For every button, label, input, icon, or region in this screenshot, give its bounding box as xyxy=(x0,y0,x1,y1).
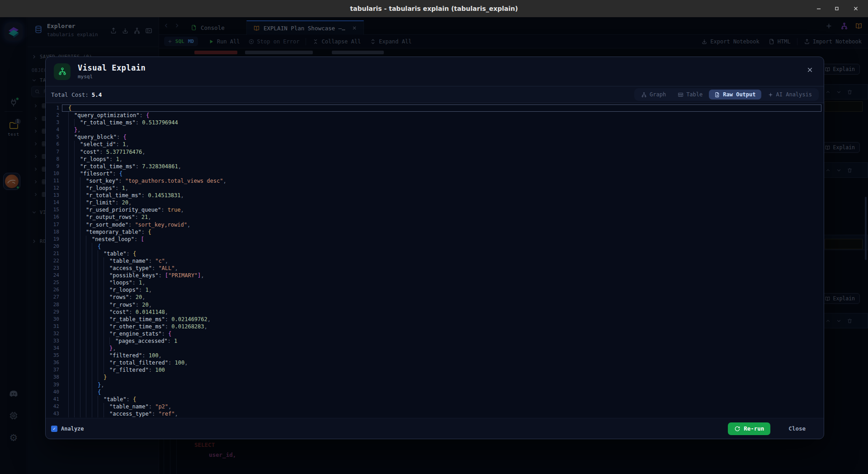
modal-subtitle: mysql xyxy=(78,74,146,80)
total-cost-label: Total Cost: xyxy=(51,91,89,98)
code-line-43[interactable]: 43"access_type": "ref", xyxy=(46,410,824,417)
code-line-24[interactable]: 24"possible_keys": ["PRIMARY"], xyxy=(46,272,824,279)
code-line-39[interactable]: 39}, xyxy=(46,381,824,389)
line-number: 5 xyxy=(46,133,59,141)
line-number: 8 xyxy=(46,156,59,163)
line-number: 26 xyxy=(46,286,59,294)
analyze-checkbox[interactable]: ✓ xyxy=(51,426,57,432)
line-number: 4 xyxy=(46,126,59,133)
code-line-14[interactable]: 14"r_limit": 20, xyxy=(46,199,824,206)
line-number: 10 xyxy=(46,170,59,177)
visual-explain-graph-icon xyxy=(54,63,71,80)
code-line-30[interactable]: 30"r_table_time_ms": 0.021469762, xyxy=(46,316,824,323)
code-line-26[interactable]: 26"r_loops": 1, xyxy=(46,286,824,294)
line-number: 23 xyxy=(46,265,59,272)
modal-close-button[interactable]: Close xyxy=(786,425,808,432)
line-number: 42 xyxy=(46,403,59,410)
code-line-12[interactable]: 12"r_loops": 1, xyxy=(46,185,824,192)
code-line-41[interactable]: 41"table": { xyxy=(46,396,824,403)
code-line-28[interactable]: 28"r_rows": 20, xyxy=(46,301,824,308)
app-window: tabularis - tabularis explain (tabularis… xyxy=(0,0,868,474)
title-bar: tabularis - tabularis explain (tabularis… xyxy=(0,0,868,17)
code-line-10[interactable]: 10"filesort": { xyxy=(46,170,824,177)
view-tab-table[interactable]: Table xyxy=(672,90,708,100)
close-window-button[interactable] xyxy=(845,0,866,17)
code-line-7[interactable]: 7"cost": 5.377176476, xyxy=(46,148,824,156)
line-number: 25 xyxy=(46,279,59,286)
json-code-lines: 1{2"query_optimization": {3"r_total_time… xyxy=(46,104,824,417)
line-number: 21 xyxy=(46,250,59,257)
code-line-35[interactable]: 35"filtered": 100, xyxy=(46,352,824,359)
code-line-21[interactable]: 21"table": { xyxy=(46,250,824,257)
line-number: 29 xyxy=(46,308,59,316)
code-line-36[interactable]: 36"r_total_filtered": 100, xyxy=(46,359,824,366)
modal-close-icon[interactable] xyxy=(806,66,814,74)
code-line-38[interactable]: 38} xyxy=(46,374,824,381)
line-number: 14 xyxy=(46,199,59,206)
code-line-40[interactable]: 40{ xyxy=(46,389,824,396)
modal-title: Visual Explain xyxy=(78,63,146,72)
modal-footer: ✓ Analyze Re-run Close xyxy=(46,418,824,439)
code-line-23[interactable]: 23"access_type": "ALL", xyxy=(46,265,824,272)
code-line-37[interactable]: 37"r_filtered": 100 xyxy=(46,366,824,374)
line-number: 28 xyxy=(46,301,59,308)
line-number: 36 xyxy=(46,359,59,366)
code-line-20[interactable]: 20{ xyxy=(46,243,824,250)
view-tab-raw-output[interactable]: Raw Output xyxy=(709,90,761,100)
code-line-9[interactable]: 9"r_total_time_ms": 7.328304861, xyxy=(46,163,824,170)
analyze-label: Analyze xyxy=(61,426,84,432)
sparkle-icon xyxy=(768,92,774,98)
line-number: 38 xyxy=(46,374,59,381)
table-icon xyxy=(678,92,684,98)
code-line-25[interactable]: 25"loops": 1, xyxy=(46,279,824,286)
code-line-2[interactable]: 2"query_optimization": { xyxy=(46,112,824,119)
code-line-18[interactable]: 18"temporary_table": { xyxy=(46,228,824,236)
code-line-34[interactable]: 34}, xyxy=(46,345,824,352)
code-line-32[interactable]: 32"r_engine_stats": { xyxy=(46,330,824,337)
code-line-3[interactable]: 3"r_total_time_ms": 0.513796944 xyxy=(46,119,824,126)
code-line-6[interactable]: 6"select_id": 1, xyxy=(46,141,824,148)
line-number: 7 xyxy=(46,148,59,156)
total-cost-bar: Total Cost: 5.4 Graph Table Raw Output A xyxy=(46,86,824,103)
code-line-33[interactable]: 33"pages_accessed": 1 xyxy=(46,337,824,345)
code-line-4[interactable]: 4}, xyxy=(46,126,824,133)
view-tab-graph[interactable]: Graph xyxy=(636,90,671,100)
code-line-1[interactable]: 1{ xyxy=(46,104,824,112)
line-number: 33 xyxy=(46,337,59,345)
code-line-15[interactable]: 15"r_used_priority_queue": true, xyxy=(46,206,824,213)
code-line-19[interactable]: 19"nested_loop": [ xyxy=(46,236,824,243)
line-number: 9 xyxy=(46,163,59,170)
code-line-22[interactable]: 22"table_name": "c", xyxy=(46,257,824,265)
raw-output-code-area[interactable]: 1{2"query_optimization": {3"r_total_time… xyxy=(46,103,824,418)
line-number: 19 xyxy=(46,236,59,243)
code-line-11[interactable]: 11"sort_key": "top_authors.total_views d… xyxy=(46,177,824,185)
line-number: 39 xyxy=(46,381,59,389)
line-number: 41 xyxy=(46,396,59,403)
code-line-5[interactable]: 5"query_block": { xyxy=(46,133,824,141)
view-tab-ai-analysis[interactable]: AI Analysis xyxy=(762,90,817,100)
rerun-button[interactable]: Re-run xyxy=(728,422,770,435)
code-line-17[interactable]: 17"r_sort_mode": "sort_key,rowid", xyxy=(46,221,824,228)
line-number: 31 xyxy=(46,323,59,330)
maximize-button[interactable] xyxy=(826,0,847,17)
line-number: 34 xyxy=(46,345,59,352)
code-line-29[interactable]: 29"cost": 0.0141148, xyxy=(46,308,824,316)
line-number: 30 xyxy=(46,316,59,323)
modal-header: Visual Explain mysql xyxy=(46,57,824,86)
view-switcher: Graph Table Raw Output AI Analysis xyxy=(634,88,819,101)
code-line-16[interactable]: 16"r_output_rows": 21, xyxy=(46,213,824,221)
line-number: 15 xyxy=(46,206,59,213)
code-line-13[interactable]: 13"r_total_time_ms": 0.14513831, xyxy=(46,192,824,199)
line-number: 35 xyxy=(46,352,59,359)
line-number: 2 xyxy=(46,112,59,119)
line-number: 12 xyxy=(46,185,59,192)
line-number: 37 xyxy=(46,366,59,374)
code-line-8[interactable]: 8"r_loops": 1, xyxy=(46,156,824,163)
code-line-27[interactable]: 27"rows": 20, xyxy=(46,294,824,301)
code-line-42[interactable]: 42"table_name": "p2", xyxy=(46,403,824,410)
line-number: 13 xyxy=(46,192,59,199)
line-number: 11 xyxy=(46,177,59,185)
line-number: 17 xyxy=(46,221,59,228)
total-cost-value: 5.4 xyxy=(92,91,102,98)
code-line-31[interactable]: 31"r_other_time_ms": 0.01268283, xyxy=(46,323,824,330)
